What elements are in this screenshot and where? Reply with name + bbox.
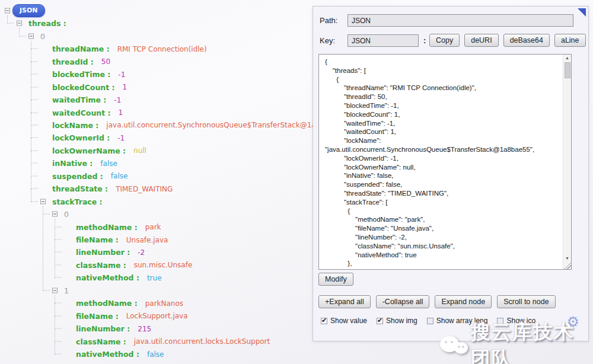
scrollbar-thumb[interactable] (565, 62, 570, 78)
scroll-up-arrow[interactable]: ▲ (563, 55, 571, 62)
checkbox-label: Show value (330, 317, 367, 325)
deuri-button[interactable]: deURI (464, 34, 498, 47)
leaf-value: LockSupport.java (126, 312, 188, 320)
tree-connector (31, 124, 38, 125)
leaf-value: 1 (119, 108, 123, 117)
leaf-key[interactable]: waitedCount : (52, 108, 111, 117)
resize-grip[interactable] (563, 261, 571, 269)
tree-connector (55, 252, 62, 253)
checkbox-icon[interactable] (321, 318, 327, 324)
leaf-value: Unsafe.java (126, 235, 168, 244)
leaf-key[interactable]: methodName : (76, 299, 138, 308)
leaf-key[interactable]: inNative : (52, 159, 93, 168)
debase64-button[interactable]: deBase64 (503, 34, 550, 47)
checkbox-icon[interactable] (497, 318, 503, 324)
leaf-value: java.util.concurrent.SynchronousQueue$Tr… (106, 121, 343, 129)
collapse-toggle[interactable] (5, 8, 10, 13)
leaf-key[interactable]: waitedTime : (52, 95, 106, 104)
leaf-key[interactable]: lockOwnerName : (52, 146, 126, 155)
tree-connector (43, 290, 50, 290)
leaf-value: -1 (114, 95, 121, 104)
node-label[interactable]: threads : (28, 19, 66, 28)
leaf-key[interactable]: lineNumber : (76, 324, 130, 333)
key-label: Key: (320, 36, 335, 45)
tree-connector (55, 264, 62, 265)
page: JSONthreads :0threadName :RMI TCP Connec… (0, 0, 593, 364)
node-label[interactable]: 0 (40, 31, 45, 40)
display-options: Show valueShow imgShow array lengShow ic… (321, 317, 535, 325)
leaf-key[interactable]: blockedCount : (52, 82, 115, 91)
node-label[interactable]: stackTrace : (52, 197, 103, 206)
key-action-buttons: CopydeURIdeBase64aLine (429, 34, 586, 47)
leaf-key[interactable]: threadName : (52, 44, 110, 53)
path-label: Path: (320, 16, 337, 25)
leaf-value: false (111, 172, 128, 180)
tree-leaf-nativeMethod: nativeMethod :false (0, 347, 593, 360)
checkbox-show-value[interactable]: Show value (321, 317, 367, 325)
checkbox-show-array-leng[interactable]: Show array leng (427, 317, 488, 325)
path-input[interactable] (347, 14, 573, 27)
leaf-value: -1 (117, 133, 125, 142)
json-textarea-wrap: { "threads": [ { "threadName": "RMI TCP … (318, 54, 572, 270)
leaf-value: TIMED_WAITING (116, 184, 173, 193)
key-separator: : (423, 36, 426, 45)
checkbox-show-ico[interactable]: Show ico (497, 317, 535, 325)
leaf-value: 1 (123, 83, 127, 91)
tree-connector (31, 150, 38, 151)
leaf-value: false (100, 159, 117, 167)
collapse-all-button[interactable]: -Collapse all (376, 295, 430, 308)
leaf-key[interactable]: lockOwnerId : (52, 133, 110, 142)
leaf-key[interactable]: methodName : (76, 222, 138, 231)
leaf-key[interactable]: nativeMethod : (76, 350, 139, 359)
tree-connector (31, 189, 38, 189)
tree-connector (31, 49, 38, 49)
leaf-value: false (147, 350, 164, 358)
leaf-key[interactable]: lineNumber : (76, 248, 130, 257)
leaf-key[interactable]: nativeMethod : (76, 273, 139, 282)
modify-button[interactable]: Modify (318, 273, 353, 286)
tree-connector (31, 61, 38, 62)
leaf-key[interactable]: className : (76, 260, 126, 269)
leaf-key[interactable]: fileName : (76, 235, 119, 244)
tree-connector (31, 201, 38, 202)
leaf-value: RMI TCP Connection(idle) (117, 44, 207, 53)
leaf-value: -2 (138, 248, 145, 256)
leaf-key[interactable]: lockName : (52, 120, 98, 129)
collapse-toggle[interactable] (17, 21, 22, 26)
root-badge[interactable]: JSON (12, 4, 45, 17)
gear-icon[interactable]: ⚙ (566, 315, 579, 329)
collapse-toggle[interactable] (52, 288, 58, 293)
tree-action-buttons: +Expand all-Collapse allExpand nodeScrol… (318, 295, 556, 308)
leaf-key[interactable]: blockedTime : (52, 70, 110, 79)
leaf-key[interactable]: className : (76, 337, 126, 346)
json-raw-textarea[interactable]: { "threads": [ { "threadName": "RMI TCP … (319, 55, 563, 269)
scroll-to-node-button[interactable]: Scroll to node (497, 295, 555, 308)
checkbox-show-img[interactable]: Show img (377, 317, 417, 325)
tree-connector (55, 303, 62, 304)
leaf-key[interactable]: fileName : (76, 311, 119, 320)
tree-connector (43, 214, 50, 215)
node-label[interactable]: 0 (64, 210, 69, 219)
checkbox-label: Show img (386, 317, 417, 325)
json-tool-panel: Path: Key: : CopydeURIdeBase64aLine { "t… (313, 6, 589, 341)
checkbox-icon[interactable] (427, 318, 433, 324)
collapse-toggle[interactable] (40, 199, 46, 204)
checkbox-label: Show array leng (436, 317, 488, 325)
collapse-toggle[interactable] (52, 212, 58, 217)
corner-triangle-icon (578, 8, 586, 17)
key-input[interactable] (347, 34, 419, 47)
leaf-key[interactable]: threadState : (52, 184, 108, 193)
expand-node-button[interactable]: Expand node (435, 295, 492, 308)
leaf-key[interactable]: suspended : (52, 171, 103, 180)
checkbox-icon[interactable] (377, 318, 383, 324)
vertical-scrollbar[interactable]: ▲ ▼ (563, 55, 571, 269)
copy-button[interactable]: Copy (429, 34, 460, 47)
expand-all-button[interactable]: +Expand all (318, 295, 371, 308)
aline-button[interactable]: aLine (554, 34, 586, 47)
node-label[interactable]: 1 (64, 286, 69, 295)
collapse-toggle[interactable] (28, 33, 34, 39)
leaf-value: sun.misc.Unsafe (134, 261, 193, 269)
leaf-value: java.util.concurrent.locks.LockSupport (134, 337, 270, 346)
leaf-value: park (145, 223, 161, 231)
leaf-key[interactable]: threadId : (52, 57, 94, 66)
